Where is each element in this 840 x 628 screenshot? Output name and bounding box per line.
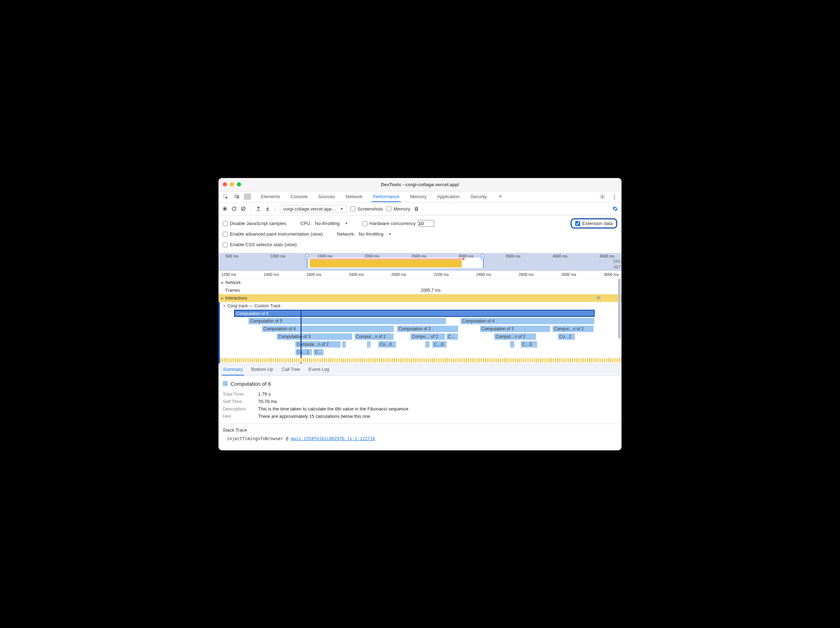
- stack-trace: Stack Trace injectTimingsToBrowser @ mai…: [218, 423, 622, 445]
- capture-settings: Disable JavaScript samples CPU:No thrott…: [218, 216, 622, 253]
- inspect-icon[interactable]: [221, 192, 230, 201]
- chevron-down-icon: ▼: [388, 232, 392, 236]
- recording-select[interactable]: corgi-collage.vercel.app…▼: [280, 205, 347, 213]
- tab-security[interactable]: Security: [469, 192, 488, 202]
- memory-checkbox[interactable]: Memory: [387, 206, 410, 212]
- clear-icon[interactable]: [240, 206, 246, 212]
- close-icon[interactable]: [223, 182, 227, 186]
- separator: [244, 194, 251, 200]
- more-tabs-icon[interactable]: »: [496, 192, 505, 200]
- maximize-icon[interactable]: [237, 182, 241, 186]
- gc-icon[interactable]: [414, 206, 419, 212]
- flame-bar[interactable]: Compu… of 2: [410, 333, 445, 340]
- flame-bar[interactable]: [510, 341, 515, 348]
- flame-bar[interactable]: Computation of 3: [276, 333, 352, 340]
- tab-call-tree[interactable]: Call Tree: [281, 364, 301, 375]
- tab-elements[interactable]: Elements: [259, 192, 281, 202]
- flame-bar[interactable]: Computation of 4: [262, 325, 394, 332]
- svg-point-3: [602, 196, 603, 197]
- flame-bar[interactable]: Co…1: [295, 349, 312, 356]
- brush-handle-right[interactable]: ||: [481, 254, 484, 260]
- flame-bar[interactable]: Computation of 5: [248, 318, 446, 324]
- gear-icon[interactable]: [598, 192, 607, 201]
- extension-data-checkbox[interactable]: Extension data: [571, 218, 617, 228]
- kebab-icon[interactable]: ⋮: [610, 192, 619, 201]
- track-network[interactable]: ▶Network: [218, 279, 622, 286]
- flame-bar[interactable]: Computation of 3: [397, 325, 458, 332]
- disable-js-checkbox[interactable]: Disable JavaScript samples: [223, 221, 286, 226]
- net-throttle[interactable]: Network:No throttling▼: [337, 231, 392, 238]
- separator: [275, 206, 275, 212]
- flame-bar[interactable]: Co…1: [557, 333, 575, 340]
- devtools-window: DevTools - corgi-collage.vercel.app/ Ele…: [218, 178, 622, 450]
- scrollbar[interactable]: [618, 279, 621, 339]
- reload-record-icon[interactable]: [231, 206, 237, 212]
- tab-network[interactable]: Network: [344, 192, 364, 202]
- flame-bar[interactable]: Comput…n of 2: [552, 325, 594, 332]
- flame-bar[interactable]: C…: [313, 349, 324, 356]
- tab-summary[interactable]: Summary: [222, 364, 244, 375]
- download-icon[interactable]: [265, 206, 270, 212]
- main-tabs: Elements Console Sources Network Perform…: [259, 192, 595, 202]
- upload-icon[interactable]: [256, 206, 261, 212]
- flame-bar[interactable]: [425, 341, 430, 348]
- timeline-strip: [220, 358, 622, 362]
- overview-labels: CPU NET: [613, 259, 621, 270]
- record-icon[interactable]: [222, 206, 228, 212]
- tab-application[interactable]: Application: [436, 192, 461, 202]
- tab-sources[interactable]: Sources: [317, 192, 336, 202]
- window-title: DevTools - corgi-collage.vercel.app/: [381, 182, 459, 187]
- flame-bar[interactable]: [342, 341, 346, 348]
- cpu-throttle[interactable]: CPU:No throttling▼: [300, 220, 348, 227]
- perf-toolbar: corgi-collage.vercel.app…▼ Screenshots M…: [218, 203, 622, 216]
- time-ruler: 1200 ms 1400 ms 1600 ms 1800 ms 2000 ms …: [218, 271, 622, 279]
- flame-bar[interactable]: Co…0: [378, 341, 396, 348]
- flame-bar[interactable]: Comput…n of 2: [494, 333, 536, 340]
- color-swatch: [223, 381, 228, 386]
- separator: [251, 206, 251, 212]
- flame-bar-selected[interactable]: Computation of 6: [234, 310, 595, 317]
- perf-settings-icon[interactable]: [612, 206, 618, 212]
- titlebar: DevTools - corgi-collage.vercel.app/: [218, 178, 622, 192]
- tab-performance[interactable]: Performance: [371, 192, 401, 202]
- hw-concurrency-input[interactable]: [418, 220, 434, 227]
- flame-bar[interactable]: Computa…n of 2: [295, 341, 341, 348]
- chevron-down-icon: ▼: [340, 207, 344, 211]
- track-frames[interactable]: Frames2085.7 ms: [218, 286, 622, 294]
- hw-concurrency[interactable]: Hardware concurrency: [362, 220, 434, 227]
- screenshots-input[interactable]: [351, 206, 355, 211]
- memory-input[interactable]: [387, 206, 392, 211]
- device-icon[interactable]: [233, 192, 241, 201]
- tab-memory[interactable]: Memory: [409, 192, 428, 202]
- chevron-right-icon: ▶: [221, 296, 224, 300]
- main-tabs-row: Elements Console Sources Network Perform…: [218, 192, 622, 203]
- flame-bar[interactable]: [366, 341, 371, 348]
- adv-paint-checkbox[interactable]: Enable advanced paint instrumentation (s…: [223, 231, 323, 237]
- css-stats-checkbox[interactable]: Enable CSS selector stats (slow): [223, 242, 297, 247]
- detail-tabs: Summary Bottom-Up Call Tree Event Log: [218, 364, 622, 376]
- flame-bar[interactable]: Computation of 4: [460, 318, 595, 324]
- flame-bar[interactable]: Comput…n of 2: [354, 333, 394, 340]
- flame-bar[interactable]: C…: [446, 333, 458, 340]
- svg-point-5: [224, 208, 226, 209]
- timeline-overview[interactable]: 500 ms 1000 ms 1500 ms 2000 ms 2500 ms 3…: [218, 253, 622, 271]
- minimize-icon[interactable]: [230, 182, 234, 186]
- chevron-right-icon: ▶: [221, 281, 224, 284]
- flame-bar[interactable]: C…0: [520, 341, 537, 348]
- track-interactions[interactable]: ▶Interactions: [218, 294, 622, 302]
- track-corgi[interactable]: ▼Corgi track — Custom Track: [218, 302, 622, 310]
- chevron-down-icon: ▼: [345, 222, 348, 225]
- frames-value: 2085.7 ms: [240, 288, 622, 293]
- tab-console[interactable]: Console: [289, 192, 309, 202]
- brush-handle-left[interactable]: ||: [305, 254, 309, 260]
- flame-chart[interactable]: Computation of 6 Computation of 5 Comput…: [218, 310, 622, 364]
- traffic-lights: [223, 182, 241, 186]
- flame-bar[interactable]: Computation of 3: [480, 325, 551, 332]
- flame-bar[interactable]: C…0: [432, 341, 447, 348]
- svg-line-7: [242, 207, 245, 210]
- recording-url: corgi-collage.vercel.app…: [283, 206, 336, 212]
- screenshots-checkbox[interactable]: Screenshots: [351, 206, 383, 212]
- stack-link[interactable]: main.2358fe1b2c80297b.js:1:122716: [291, 436, 375, 441]
- tab-bottom-up[interactable]: Bottom-Up: [250, 364, 274, 375]
- tab-event-log[interactable]: Event Log: [308, 364, 330, 375]
